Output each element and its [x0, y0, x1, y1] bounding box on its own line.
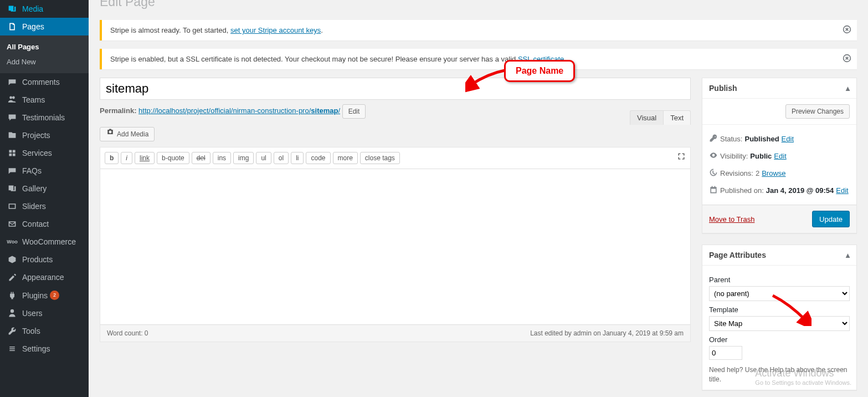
testimonials-icon	[7, 113, 18, 122]
menu-gallery[interactable]: Gallery	[0, 180, 89, 197]
services-icon	[7, 149, 18, 157]
menu-products[interactable]: Products	[0, 251, 89, 268]
last-edited: Last edited by admin on January 4, 2019 …	[530, 329, 684, 337]
woocommerce-icon: Woo	[7, 239, 18, 245]
parent-label: Parent	[709, 276, 850, 284]
camera-icon	[106, 128, 115, 141]
appearance-icon	[7, 273, 18, 282]
submenu-add-new[interactable]: Add New	[0, 54, 89, 69]
move-to-trash-link[interactable]: Move to Trash	[709, 215, 754, 223]
chevron-up-icon: ▴	[846, 251, 850, 259]
arrow-annotation-1	[465, 65, 510, 93]
menu-projects[interactable]: Projects	[0, 126, 89, 144]
edit-date-link[interactable]: Edit	[836, 186, 848, 195]
notice-stripe-keys: Stripe is almost ready. To get started, …	[100, 20, 857, 40]
contact-icon	[7, 220, 18, 228]
browse-revisions-link[interactable]: Browse	[762, 169, 785, 177]
tbtn-link[interactable]: link	[135, 152, 155, 164]
tab-visual[interactable]: Visual	[630, 110, 663, 125]
key-icon	[709, 134, 720, 144]
dismiss-icon[interactable]	[843, 25, 851, 36]
tools-icon	[7, 327, 18, 335]
dismiss-icon[interactable]	[843, 54, 851, 65]
media-icon	[7, 4, 18, 13]
editor-toolbar: b i link b-quote del ins img ul ol li co…	[100, 147, 690, 169]
plugins-icon	[7, 291, 18, 300]
menu-services[interactable]: Services	[0, 144, 89, 162]
menu-pages[interactable]: Pages	[0, 18, 89, 35]
calendar-icon	[709, 185, 720, 196]
settings-icon	[7, 344, 18, 353]
permalink-row: Permalink: http://localhost/project/offi…	[100, 104, 691, 119]
edit-status-link[interactable]: Edit	[782, 135, 794, 143]
teams-icon	[7, 95, 18, 104]
admin-sidebar: Media Pages All Pages Add New Comments T…	[0, 0, 89, 397]
menu-contact[interactable]: Contact	[0, 215, 89, 233]
tbtn-ol[interactable]: ol	[274, 152, 289, 164]
users-icon	[7, 309, 18, 318]
menu-tools[interactable]: Tools	[0, 322, 89, 340]
menu-plugins[interactable]: Plugins2	[0, 286, 89, 304]
editor: b i link b-quote del ins img ul ol li co…	[100, 147, 691, 342]
menu-teams[interactable]: Teams	[0, 91, 89, 109]
page-heading: Edit Page	[100, 0, 857, 12]
tbtn-code[interactable]: code	[306, 152, 330, 164]
sliders-icon	[7, 202, 18, 211]
menu-appearance[interactable]: Appearance	[0, 268, 89, 286]
plugins-badge: 2	[50, 291, 59, 300]
tbtn-ul[interactable]: ul	[256, 152, 271, 164]
products-icon	[7, 255, 18, 264]
tbtn-b[interactable]: b	[105, 152, 119, 164]
publish-box: Publish ▴ Preview Changes Status:Publish…	[702, 78, 857, 233]
help-text: Need help? Use the Help tab above the sc…	[709, 365, 850, 384]
gallery-icon	[7, 184, 18, 193]
tbtn-close-tags[interactable]: close tags	[360, 152, 400, 164]
menu-faqs[interactable]: FAQs	[0, 162, 89, 180]
content-textarea[interactable]	[100, 169, 690, 324]
menu-media[interactable]: Media	[0, 0, 89, 18]
fullscreen-icon[interactable]	[677, 152, 686, 162]
annotation-page-name: Page Name	[504, 60, 575, 82]
revisions-icon	[709, 168, 720, 179]
menu-testimonials[interactable]: Testimonials	[0, 109, 89, 126]
pages-icon	[7, 22, 18, 31]
tbtn-li[interactable]: li	[291, 152, 304, 164]
add-media-button[interactable]: Add Media	[100, 127, 155, 141]
word-count: Word count: 0	[107, 329, 148, 337]
attributes-header[interactable]: Page Attributes ▴	[702, 245, 856, 266]
main-content: Edit Page Stripe is almost ready. To get…	[89, 0, 868, 397]
order-input[interactable]	[709, 346, 742, 360]
menu-settings[interactable]: Settings	[0, 340, 89, 358]
edit-visibility-link[interactable]: Edit	[774, 152, 786, 160]
stripe-keys-link[interactable]: set your Stripe account keys	[230, 26, 321, 34]
tbtn-bquote[interactable]: b-quote	[157, 152, 189, 164]
tab-text[interactable]: Text	[663, 110, 691, 125]
menu-woocommerce[interactable]: WooWooCommerce	[0, 233, 89, 251]
tbtn-i[interactable]: i	[121, 152, 132, 164]
tbtn-more[interactable]: more	[333, 152, 358, 164]
preview-changes-button[interactable]: Preview Changes	[785, 104, 850, 119]
projects-icon	[7, 131, 18, 140]
order-label: Order	[709, 335, 850, 344]
menu-sliders[interactable]: Sliders	[0, 197, 89, 215]
arrow-annotation-3	[767, 293, 811, 326]
tbtn-img[interactable]: img	[233, 152, 254, 164]
visibility-icon	[709, 151, 720, 161]
chevron-up-icon: ▴	[846, 84, 850, 93]
update-button[interactable]: Update	[812, 211, 850, 227]
tbtn-ins[interactable]: ins	[213, 152, 231, 164]
comments-icon	[7, 78, 18, 86]
faqs-icon	[7, 166, 18, 175]
permalink-url[interactable]: http://localhost/project/official/nirman…	[138, 106, 340, 115]
tbtn-del[interactable]: del	[192, 152, 210, 164]
submenu-all-pages[interactable]: All Pages	[0, 39, 89, 54]
edit-permalink-button[interactable]: Edit	[342, 104, 366, 119]
menu-comments[interactable]: Comments	[0, 73, 89, 91]
publish-header[interactable]: Publish ▴	[702, 78, 856, 99]
menu-users[interactable]: Users	[0, 304, 89, 322]
page-title-input[interactable]	[100, 78, 691, 100]
pages-submenu: All Pages Add New	[0, 35, 89, 73]
